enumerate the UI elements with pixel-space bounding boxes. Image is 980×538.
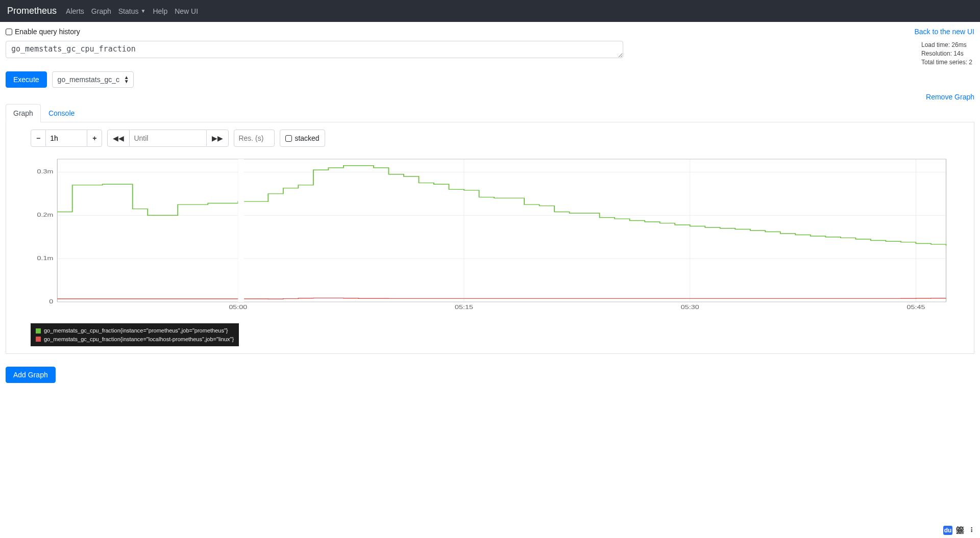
range-decrease-button[interactable]: − <box>31 130 46 147</box>
nav-status[interactable]: Status▼ <box>118 7 146 15</box>
nav-alerts[interactable]: Alerts <box>66 7 84 15</box>
select-arrows-icon: ▲▼ <box>124 75 129 84</box>
time-rewind-button[interactable]: ◀◀ <box>107 130 130 147</box>
svg-text:0.2m: 0.2m <box>37 212 53 218</box>
tab-graph[interactable]: Graph <box>6 104 41 122</box>
time-forward-button[interactable]: ▶▶ <box>206 130 229 147</box>
time-group: ◀◀ ▶▶ <box>107 130 229 147</box>
brand[interactable]: Prometheus <box>7 6 57 16</box>
back-to-new-ui-link[interactable]: Back to the new UI <box>914 28 974 36</box>
expression-input[interactable] <box>6 41 623 58</box>
execute-button[interactable]: Execute <box>6 71 47 88</box>
enable-history-checkbox[interactable]: Enable query history <box>6 28 80 36</box>
range-group: − + <box>31 130 102 147</box>
stat-resolution: Resolution: 14s <box>921 49 972 58</box>
svg-text:05:15: 05:15 <box>455 304 473 311</box>
checkbox-icon <box>285 135 292 142</box>
navbar: Prometheus Alerts Graph Status▼ Help New… <box>0 0 980 22</box>
until-input[interactable] <box>130 130 206 147</box>
legend-swatch <box>36 337 41 342</box>
svg-text:05:45: 05:45 <box>907 304 925 311</box>
svg-text:05:30: 05:30 <box>681 304 699 311</box>
checkbox-icon <box>6 29 12 35</box>
metric-select[interactable]: go_memstats_gc_cpu_fra ▲▼ <box>52 71 134 88</box>
legend-swatch <box>36 328 41 334</box>
chart-svg: 00.1m0.2m0.3m05:0005:1505:3005:45 <box>31 154 949 317</box>
svg-text:0.3m: 0.3m <box>37 169 53 175</box>
stat-total-series: Total time series: 2 <box>921 58 972 67</box>
stacked-toggle[interactable]: stacked <box>280 130 325 147</box>
stacked-label: stacked <box>295 134 319 142</box>
nav-graph[interactable]: Graph <box>91 7 111 15</box>
nav-help[interactable]: Help <box>153 7 167 15</box>
enable-history-label: Enable query history <box>15 28 80 36</box>
legend-label: go_memstats_gc_cpu_fraction{instance="pr… <box>44 326 228 335</box>
graph-panel: − + ◀◀ ▶▶ stacked 00.1m0.2m0.3m05:0005:1… <box>6 122 974 354</box>
add-graph-button[interactable]: Add Graph <box>6 367 56 383</box>
svg-rect-0 <box>57 159 946 302</box>
metric-select-value: go_memstats_gc_cpu_fra <box>58 75 120 84</box>
range-input[interactable] <box>46 130 87 147</box>
remove-graph-link[interactable]: Remove Graph <box>926 93 974 101</box>
legend: go_memstats_gc_cpu_fraction{instance="pr… <box>31 323 239 346</box>
resolution-input[interactable] <box>234 130 275 147</box>
chevron-down-icon: ▼ <box>140 8 145 14</box>
svg-rect-17 <box>238 159 244 302</box>
svg-text:0: 0 <box>49 298 53 305</box>
svg-text:05:00: 05:00 <box>229 304 247 311</box>
legend-item[interactable]: go_memstats_gc_cpu_fraction{instance="lo… <box>36 335 234 344</box>
stat-load-time: Load time: 26ms <box>921 41 972 49</box>
legend-label: go_memstats_gc_cpu_fraction{instance="lo… <box>44 335 234 344</box>
chart: 00.1m0.2m0.3m05:0005:1505:3005:45 go_mem… <box>31 154 949 346</box>
tab-console[interactable]: Console <box>41 104 82 122</box>
nav-newui[interactable]: New UI <box>175 7 198 15</box>
svg-text:0.1m: 0.1m <box>37 255 53 262</box>
tabs: Graph Console <box>6 104 974 122</box>
legend-item[interactable]: go_memstats_gc_cpu_fraction{instance="pr… <box>36 326 234 335</box>
range-increase-button[interactable]: + <box>87 130 102 147</box>
nav-status-label: Status <box>118 7 139 15</box>
query-stats: Load time: 26ms Resolution: 14s Total ti… <box>921 41 974 66</box>
